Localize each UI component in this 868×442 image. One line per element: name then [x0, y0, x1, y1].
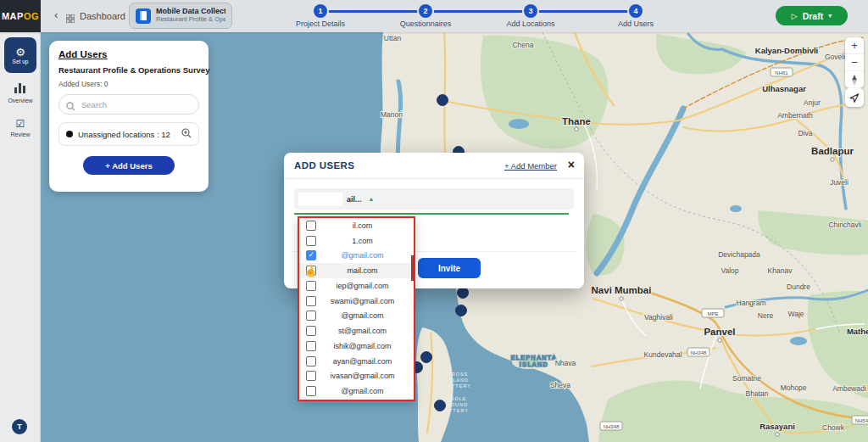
- checkbox-icon: ☑: [16, 118, 25, 130]
- search-input[interactable]: [58, 94, 199, 115]
- bar-chart-icon: [14, 83, 26, 93]
- back-chevron-icon[interactable]: ‹: [54, 8, 58, 21]
- survey-title: Restaurant Profile & Operations Survey: [58, 65, 199, 75]
- svg-text:Matheran: Matheran: [847, 327, 868, 336]
- svg-text:NH348: NH348: [604, 424, 620, 429]
- stepper-connector: [539, 10, 627, 13]
- draft-button[interactable]: ▷ Draft ▾: [776, 6, 848, 25]
- breadcrumb-dashboard[interactable]: Dashboard: [80, 11, 125, 21]
- email-option[interactable]: ayan@gmail.com: [299, 354, 414, 369]
- svg-text:MPE: MPE: [707, 311, 718, 316]
- svg-text:Valop: Valop: [721, 266, 738, 275]
- close-icon[interactable]: ×: [568, 158, 575, 171]
- zoom-out-button[interactable]: −: [845, 54, 864, 71]
- step-2-circle[interactable]: 2: [419, 4, 432, 18]
- checkbox[interactable]: [306, 311, 316, 321]
- sidebar-item-overview[interactable]: Overview: [0, 81, 41, 104]
- email-option[interactable]: @gmail.com: [299, 383, 414, 399]
- member-select-field[interactable]: ail... ▲: [294, 188, 574, 210]
- navigation-arrow-icon: [849, 92, 860, 103]
- checkbox[interactable]: [306, 371, 316, 381]
- svg-text:Devichapada: Devichapada: [718, 250, 760, 259]
- email-option[interactable]: swami@gmail.com: [299, 294, 414, 309]
- checkbox-checked[interactable]: [306, 250, 316, 260]
- grid-icon[interactable]: [66, 11, 75, 26]
- step-3-circle[interactable]: 3: [524, 4, 537, 18]
- unassigned-locations-row[interactable]: Unassigned locations : 12: [58, 122, 199, 146]
- email-option[interactable]: @gmail.com: [299, 249, 414, 264]
- locate-button[interactable]: [845, 88, 864, 107]
- email-option[interactable]: st@gmail.com: [299, 323, 414, 338]
- add-member-link[interactable]: + Add Member: [504, 161, 557, 171]
- email-option[interactable]: iep@gmail.com: [299, 278, 414, 294]
- checkbox[interactable]: [306, 326, 316, 336]
- app-logo[interactable]: MAPOG: [0, 0, 41, 32]
- scrollbar-thumb[interactable]: [411, 255, 414, 281]
- step-4-circle[interactable]: 4: [629, 4, 643, 18]
- svg-text:NH548: NH548: [855, 418, 868, 423]
- location-marker: [435, 400, 446, 411]
- map-zoom-controls: + −: [845, 37, 864, 88]
- step-1-label: Project Details: [278, 20, 363, 28]
- checkbox[interactable]: [306, 266, 316, 276]
- zoom-in-button[interactable]: +: [845, 37, 864, 54]
- modal-divider: [284, 178, 584, 179]
- svg-text:Chena: Chena: [512, 41, 533, 49]
- compass-button[interactable]: [845, 71, 864, 88]
- svg-text:Diva: Diva: [798, 129, 812, 137]
- email-option[interactable]: il.com: [299, 218, 414, 233]
- step-1-circle[interactable]: 1: [314, 4, 327, 18]
- svg-text:Panvel: Panvel: [704, 327, 735, 337]
- svg-text:Badlapur: Badlapur: [811, 146, 854, 156]
- sidebar-item-review[interactable]: ☑ Review: [0, 115, 41, 137]
- checkbox[interactable]: [306, 341, 316, 351]
- project-icon: [136, 8, 151, 24]
- user-avatar[interactable]: T: [12, 419, 27, 434]
- email-option[interactable]: @gmail.com: [299, 309, 414, 324]
- checkbox[interactable]: [306, 356, 316, 366]
- step-3-label: Add Locations: [488, 20, 573, 28]
- email-option[interactable]: mail.com☝: [299, 263, 414, 278]
- svg-text:Vaghivali: Vaghivali: [644, 313, 673, 322]
- checkbox[interactable]: [306, 236, 316, 246]
- search-icon: [66, 99, 75, 115]
- location-marker: [456, 305, 467, 316]
- redacted-text: [298, 193, 342, 206]
- svg-text:Waje: Waje: [787, 310, 804, 318]
- add-users-button[interactable]: + Add Users: [83, 156, 175, 175]
- svg-text:Somatne: Somatne: [732, 374, 761, 383]
- checkbox[interactable]: [306, 281, 316, 291]
- checkbox[interactable]: [306, 386, 316, 396]
- location-marker: [421, 352, 432, 363]
- svg-text:Chowk: Chowk: [822, 423, 845, 432]
- project-tab[interactable]: Mobile Data Collection Restaurant Profil…: [129, 3, 232, 29]
- email-option[interactable]: 1.com: [299, 233, 414, 249]
- step-2-label: Questionnaires: [383, 20, 468, 28]
- added-users-count: Added Users: 0: [58, 80, 199, 88]
- svg-text:Kundevahal: Kundevahal: [644, 350, 682, 359]
- gear-icon: ⚙: [15, 47, 25, 58]
- svg-text:Dundre: Dundre: [787, 283, 810, 291]
- checkbox[interactable]: [306, 221, 316, 231]
- zoom-to-locations-icon[interactable]: [181, 126, 192, 142]
- svg-text:MIDDLE: MIDDLE: [444, 396, 467, 401]
- svg-text:Goveli: Goveli: [825, 53, 845, 61]
- project-subtitle: Restaurant Profile & Opera...: [156, 16, 225, 23]
- email-option[interactable]: ivasan@gmail.com: [299, 369, 414, 384]
- svg-text:Sheva: Sheva: [550, 381, 570, 389]
- checkbox[interactable]: [306, 296, 316, 306]
- email-option[interactable]: ishik@gmail.com: [299, 338, 414, 354]
- svg-text:Ambewadi: Ambewadi: [832, 384, 866, 393]
- svg-text:Navi Mumbai: Navi Mumbai: [592, 285, 652, 295]
- sidebar-item-setup[interactable]: ⚙ Set up: [4, 37, 36, 73]
- svg-text:Nere: Nere: [758, 311, 774, 320]
- svg-text:CROSS: CROSS: [448, 372, 469, 377]
- invite-button[interactable]: Invite: [418, 258, 481, 278]
- svg-text:Uttan: Uttan: [384, 34, 402, 42]
- svg-text:NH61: NH61: [775, 70, 788, 76]
- svg-text:Hangram: Hangram: [737, 299, 766, 307]
- stepper-connector: [329, 10, 417, 13]
- play-icon: ▷: [792, 12, 798, 20]
- svg-text:ISLAND: ISLAND: [520, 361, 548, 367]
- chevron-down-icon: ▾: [828, 12, 832, 20]
